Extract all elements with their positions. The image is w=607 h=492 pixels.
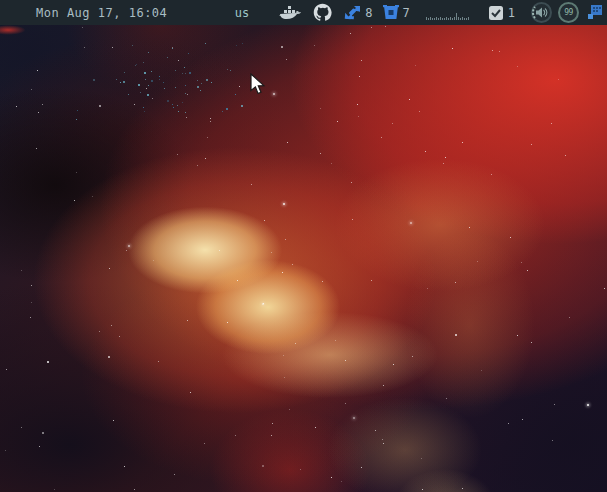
battery-percent: 99	[564, 8, 573, 17]
desktop-wallpaper-red-nebula	[0, 25, 607, 492]
star	[31, 89, 32, 90]
cyan-star	[200, 90, 201, 91]
star	[477, 261, 478, 262]
star	[177, 154, 178, 155]
bucket-module[interactable]: 7	[383, 5, 410, 20]
star	[446, 398, 447, 399]
tasks-count: 1	[508, 6, 515, 20]
sync-module[interactable]: 8	[344, 5, 372, 20]
keyboard-layout-indicator[interactable]: us	[235, 6, 249, 20]
clock[interactable]: Mon Aug 17, 16:04	[36, 6, 167, 20]
cyan-star	[144, 72, 146, 74]
star	[153, 260, 154, 261]
star	[508, 423, 509, 424]
star	[331, 163, 332, 164]
star	[335, 340, 336, 341]
cpu-usage-graph[interactable]	[426, 5, 474, 20]
cyan-star	[175, 70, 176, 71]
star	[187, 320, 188, 321]
star	[38, 112, 39, 113]
star	[39, 446, 40, 447]
star	[422, 489, 423, 490]
star	[152, 98, 153, 99]
docker-module[interactable]	[279, 5, 301, 21]
star	[455, 282, 456, 283]
star	[292, 264, 293, 265]
cyan-star	[163, 82, 164, 83]
volume-knob[interactable]	[531, 2, 552, 23]
star	[361, 467, 362, 468]
tasks-module[interactable]: 1	[488, 5, 515, 21]
star	[283, 355, 284, 356]
star	[383, 385, 384, 386]
star	[99, 105, 101, 107]
star	[359, 76, 360, 77]
star	[31, 302, 32, 303]
star	[522, 419, 523, 420]
cyan-star	[189, 72, 191, 74]
star	[210, 121, 211, 122]
star	[499, 51, 500, 52]
star	[415, 65, 416, 66]
star	[491, 174, 492, 175]
cyan-star	[172, 48, 173, 49]
star	[409, 99, 410, 100]
star	[109, 268, 110, 269]
star	[345, 403, 346, 404]
star	[353, 417, 355, 419]
star	[124, 466, 125, 467]
star	[352, 219, 353, 220]
star	[531, 342, 532, 343]
cyan-star	[148, 85, 149, 86]
star	[227, 322, 228, 323]
star	[282, 272, 283, 273]
star	[158, 361, 159, 362]
star	[481, 370, 482, 371]
star	[31, 285, 32, 286]
cyan-star	[185, 93, 186, 94]
star	[392, 123, 393, 124]
star	[351, 182, 352, 183]
star	[21, 270, 22, 271]
star	[205, 158, 206, 159]
star	[462, 488, 463, 489]
star	[412, 356, 413, 357]
cyan-star	[124, 72, 125, 73]
tray-tiles-module[interactable]	[587, 4, 603, 21]
star	[262, 303, 264, 305]
cyan-star	[151, 80, 153, 82]
star	[235, 435, 236, 436]
star	[111, 325, 112, 326]
cyan-star	[151, 71, 152, 72]
star	[284, 377, 285, 378]
star	[517, 335, 518, 336]
cyan-star	[164, 88, 165, 89]
star	[283, 203, 285, 205]
cyan-star	[185, 73, 186, 74]
star	[552, 440, 553, 441]
star	[264, 220, 265, 221]
battery-indicator[interactable]: 99	[558, 2, 579, 23]
star	[113, 420, 114, 421]
cyan-star	[185, 85, 186, 86]
sync-count: 8	[365, 6, 372, 20]
star	[287, 142, 288, 143]
cyan-star	[235, 94, 236, 95]
cyan-star	[144, 111, 145, 112]
cyan-star	[77, 110, 78, 111]
star	[300, 469, 301, 470]
github-module[interactable]	[313, 3, 332, 22]
cyan-star	[173, 107, 174, 108]
star	[108, 356, 110, 358]
cyan-star	[185, 112, 186, 113]
cyan-star	[242, 43, 243, 44]
star	[427, 288, 428, 289]
star	[419, 111, 420, 112]
star	[286, 59, 287, 60]
star	[92, 196, 93, 197]
star	[119, 336, 120, 337]
star	[42, 432, 44, 434]
star	[237, 280, 238, 281]
cyan-star	[184, 67, 185, 68]
cyan-star	[205, 43, 206, 44]
